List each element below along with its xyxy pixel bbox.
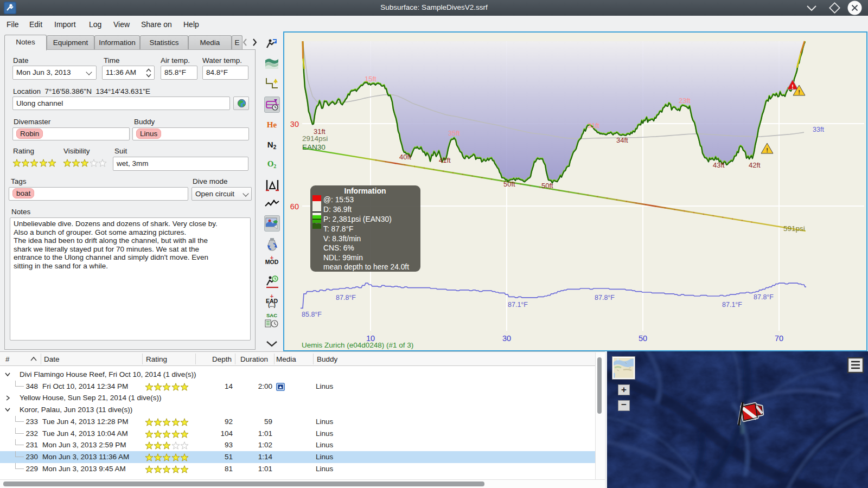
svg-text:CNS: 6%: CNS: 6%	[323, 244, 354, 252]
svg-text:591psi: 591psi	[783, 224, 805, 233]
svg-text:30: 30	[502, 334, 511, 343]
svg-text:50: 50	[639, 334, 647, 343]
svg-text:50ft: 50ft	[541, 182, 553, 190]
svg-text:15ft: 15ft	[365, 75, 376, 83]
svg-text:87.1°F: 87.1°F	[722, 301, 742, 309]
svg-text:mean depth to here 24.0ft: mean depth to here 24.0ft	[323, 263, 409, 271]
svg-text:D: 36.9ft: D: 36.9ft	[323, 206, 352, 214]
svg-text:70: 70	[775, 334, 783, 343]
svg-text:60: 60	[290, 202, 299, 211]
svg-text:87.8°F: 87.8°F	[595, 294, 615, 301]
svg-text:@: 15:53: @: 15:53	[323, 196, 354, 204]
svg-text:2914psi: 2914psi	[302, 134, 328, 143]
svg-text:T: 87.8°F: T: 87.8°F	[323, 225, 353, 233]
svg-text:EAN30: EAN30	[302, 143, 326, 151]
svg-text:33ft: 33ft	[813, 126, 824, 133]
svg-text:42ft: 42ft	[749, 161, 761, 169]
svg-text:NDL: 99min: NDL: 99min	[323, 254, 363, 262]
svg-text:40ft: 40ft	[399, 153, 411, 161]
svg-text:43ft: 43ft	[713, 161, 725, 169]
svg-text:34ft: 34ft	[616, 136, 628, 144]
svg-text:!: !	[798, 89, 800, 95]
svg-text:Uemis Zurich (e04d0248) (#1 of: Uemis Zurich (e04d0248) (#1 of 3)	[302, 341, 413, 349]
svg-text:Information: Information	[344, 187, 386, 195]
svg-text:!: !	[766, 147, 768, 153]
svg-text:30: 30	[290, 120, 299, 129]
svg-text:85.8°F: 85.8°F	[302, 311, 322, 318]
svg-text:35ft: 35ft	[448, 129, 460, 137]
svg-text:23ft: 23ft	[679, 97, 691, 105]
svg-text:50ft: 50ft	[503, 180, 515, 188]
svg-text:31ft: 31ft	[588, 121, 599, 130]
svg-text:41ft: 41ft	[439, 156, 451, 164]
svg-text:V: 8.3ft/min: V: 8.3ft/min	[323, 235, 361, 243]
svg-text:87.8°F: 87.8°F	[754, 293, 774, 301]
svg-text:+: +	[621, 384, 627, 395]
svg-text:!: !	[792, 84, 794, 90]
svg-text:P: 2,381psi (EAN30): P: 2,381psi (EAN30)	[323, 215, 392, 223]
svg-text:87.1°F: 87.1°F	[508, 301, 528, 309]
svg-text:87.8°F: 87.8°F	[336, 294, 356, 301]
svg-text:−: −	[621, 400, 627, 410]
